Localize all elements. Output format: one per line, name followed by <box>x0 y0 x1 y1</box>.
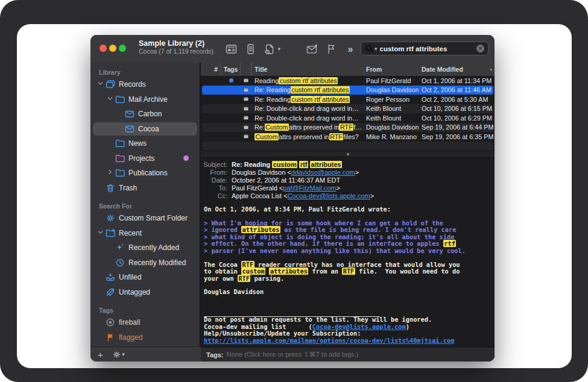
disclosure-open-icon[interactable] <box>105 95 115 104</box>
hyperlink[interactable]: http://lists.apple.com/mailman/options/c… <box>204 337 454 344</box>
column-header-title[interactable]: Title <box>251 63 363 76</box>
disclosure-closed-icon[interactable] <box>105 169 115 177</box>
sidebar-item-label: Mail Archive <box>128 95 168 104</box>
clear-search-icon[interactable]: ✕ <box>476 45 484 52</box>
sidebar-item-cocoa[interactable]: Cocoa <box>90 122 200 137</box>
sidebar-item-recent[interactable]: Recent <box>90 226 200 241</box>
toolbar-overflow-icon[interactable]: » <box>344 43 357 56</box>
search-hit-highlight: rtf <box>314 86 321 93</box>
minimize-button[interactable] <box>109 45 116 52</box>
sidebar-item-mail-archive[interactable]: Mail Archive <box>90 92 200 107</box>
hyperlink[interactable]: Cocoa-dev@lists.apple.com <box>288 192 370 199</box>
sidebar-item-recently-modified[interactable]: Recently Modified <box>90 255 200 271</box>
record-row[interactable]: Re: Custom attrs preserved in RTF f…Doug… <box>201 123 495 133</box>
header-field-from: From:Douglas Davidson <ddavidso@apple.co… <box>201 169 495 177</box>
column-header-from[interactable]: From <box>363 63 419 76</box>
disclosure-open-icon[interactable] <box>95 80 105 89</box>
search-hit-highlight: RTF <box>238 275 251 282</box>
header-field-value: Re: Reading custom rtf attributes <box>232 161 342 169</box>
window-title-block: Sample Library (2) Cocoa (7 of 1,119 rec… <box>139 39 213 55</box>
address-card-icon[interactable] <box>224 42 238 55</box>
sidebar-item-trash[interactable]: Trash <box>90 181 200 196</box>
folder-icon <box>115 154 125 163</box>
sidebar-item-custom-smart-folder[interactable]: Custom Smart Folder <box>90 211 200 226</box>
text-segment: Do not post admin requests to the list. … <box>204 316 432 323</box>
header-field-value: October 2, 2006 at 11:46:37 AM EDT <box>232 177 340 184</box>
email-record-icon <box>241 87 251 93</box>
record-row[interactable]: Re: Double-click and drag word in…Keith … <box>201 113 495 123</box>
tags-bar-placeholder: None (Click here or press ⇧⌘T to add tag… <box>227 351 359 359</box>
text-segment: Re: Double-click and drag word in… <box>254 114 359 122</box>
sidebar-item-unfiled[interactable]: Unfiled <box>90 270 200 285</box>
column-header-icon[interactable] <box>241 63 251 76</box>
trash-icon <box>105 183 115 193</box>
tags-bar[interactable]: Tags: None (Click here or press ⇧⌘T to a… <box>201 347 495 362</box>
sidebar-bottom-bar: + ▾ <box>90 346 201 362</box>
flag-toolbar-icon[interactable] <box>324 42 338 55</box>
record-row[interactable]: Custom attrs preserved in RTF files?Mike… <box>201 132 495 142</box>
zoom-button[interactable] <box>119 45 126 52</box>
record-row[interactable]: Re: Reading custom rtf attributesRoger P… <box>201 95 495 104</box>
record-title: Re: Double-click and drag word in… <box>251 105 363 112</box>
search-input[interactable]: custom rtf attributes <box>380 45 476 52</box>
hyperlink[interactable]: Cocoa-dev@lists.apple.com <box>312 323 406 330</box>
folder-icon <box>115 139 125 148</box>
hyperlink[interactable]: ddavidso@apple.com <box>291 169 355 176</box>
column-options-icon[interactable]: ▾ <box>490 67 492 72</box>
search-hit-highlight: custom <box>241 268 265 275</box>
sidebar-item-flagged[interactable]: flagged <box>90 330 200 345</box>
add-record-button[interactable]: + <box>98 349 103 360</box>
body-line <box>204 296 492 302</box>
record-date-modified: Oct 2, 2006 at 5:30 AM <box>419 96 495 103</box>
merge-records-icon[interactable] <box>263 42 276 55</box>
sidebar-item-publications[interactable]: Publications <box>90 166 200 181</box>
email-icon[interactable] <box>305 42 318 55</box>
flag-icon <box>105 333 115 342</box>
disclosure-open-icon[interactable] <box>95 229 105 237</box>
record-from: Douglas Davidson <box>363 86 419 93</box>
merge-chevron-icon[interactable]: ▾ <box>276 42 282 55</box>
sidebar-item-label: News <box>128 139 147 148</box>
record-row[interactable]: Reading custom rtf attributesPaul FitzGe… <box>201 76 495 86</box>
header-field-date: Date:October 2, 2006 at 11:46:37 AM EDT <box>201 177 495 184</box>
close-button[interactable] <box>100 45 107 52</box>
sidebar-item-fireball[interactable]: fireball <box>90 315 200 330</box>
sidebar-item-carbon[interactable]: Carbon <box>90 107 200 122</box>
clock-icon <box>115 258 125 268</box>
pane-splitter[interactable] <box>201 151 495 157</box>
text-segment: as the file is being read. I don't reall… <box>280 226 456 233</box>
search-scope-chevron-icon[interactable]: ▾ <box>375 46 378 52</box>
sidebar-item-projects[interactable]: Projects <box>90 151 200 166</box>
sidebar-item-untagged[interactable]: Untagged <box>90 285 200 300</box>
record-row[interactable]: Re: Double-click and drag word in…Keith … <box>201 104 495 114</box>
sidebar-item-news[interactable]: News <box>90 136 200 151</box>
record-date-modified: Sep 19, 2006 at 6:44 PM <box>419 124 495 131</box>
search-field[interactable]: ▾ custom rtf attributes ✕ <box>361 42 488 55</box>
sidebar-item-records[interactable]: Records <box>90 77 200 92</box>
email-record-icon <box>241 125 251 130</box>
sidebar-item-recently-added[interactable]: Recently Added <box>90 240 200 255</box>
document-icon[interactable] <box>244 42 257 55</box>
search-hit-highlight: custom <box>279 77 302 84</box>
record-title: Reading custom rtf attributes <box>251 77 363 84</box>
column-header-#[interactable]: # <box>201 63 221 76</box>
sidebar-item-label: Recent <box>119 229 142 237</box>
sidebar-item-label: Recently Modified <box>128 258 186 267</box>
text-segment: > what kind of object is doing the readi… <box>204 233 454 240</box>
text-segment: > What I'm hoping for is some hook where… <box>204 219 443 227</box>
record-row[interactable]: Re: Reading custom rtf attributesDouglas… <box>201 86 495 95</box>
record-from: Mike R. Manzano <box>363 133 419 140</box>
window-main: LibraryRecordsMail ArchiveCarbonCocoaNew… <box>90 63 495 362</box>
header-field-value: Paul FitzGerald <paf@FitzMail.com> <box>232 184 340 192</box>
header-field-value: Douglas Davidson <ddavidso@apple.com> <box>232 169 359 177</box>
record-row-empty <box>201 142 495 151</box>
text-segment: Re: Reading <box>232 161 272 168</box>
action-menu-button[interactable]: ▾ <box>113 351 125 359</box>
hyperlink[interactable]: paf@FitzMail.com <box>283 184 336 192</box>
window-titlebar[interactable]: Sample Library (2) Cocoa (7 of 1,119 rec… <box>90 35 495 63</box>
column-header-date-modified[interactable]: Date Modified <box>419 63 495 76</box>
email-record-icon <box>241 96 251 102</box>
column-header-tags[interactable]: Tags <box>221 63 241 76</box>
sidebar-item-label: flagged <box>119 333 142 342</box>
tags-bar-label: Tags: <box>206 351 224 359</box>
